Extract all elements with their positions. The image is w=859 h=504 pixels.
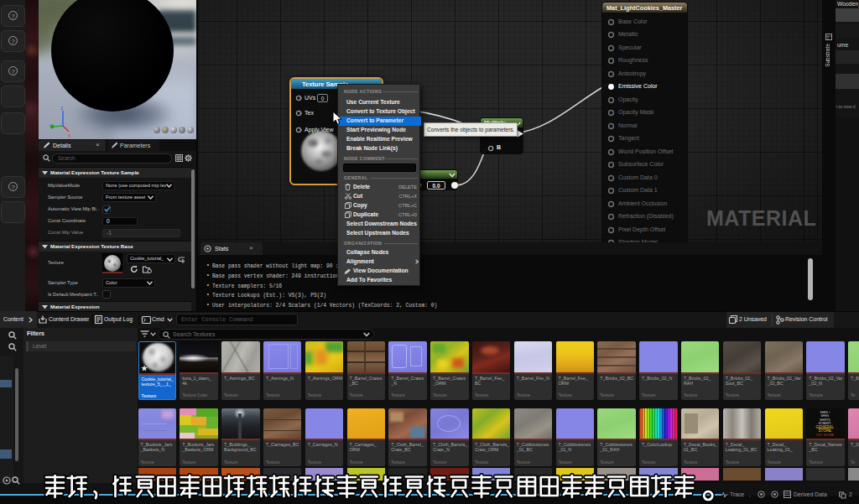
svg-text:x: x: [68, 132, 71, 138]
svg-text:z: z: [60, 105, 64, 111]
